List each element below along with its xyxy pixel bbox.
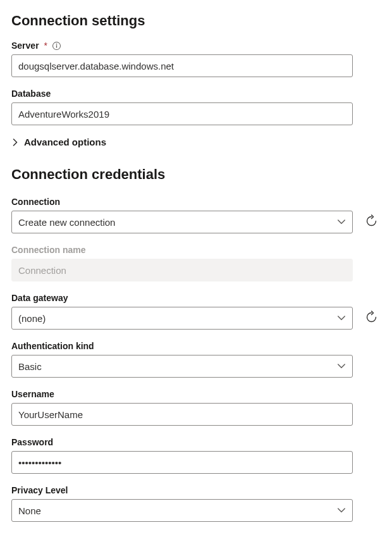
data-gateway-label: Data gateway [11, 293, 381, 303]
privacy-level-label: Privacy Level [11, 485, 381, 495]
chevron-down-icon [337, 314, 346, 323]
auth-kind-select-value: Basic [18, 361, 42, 372]
data-gateway-select-value: (none) [18, 313, 46, 324]
privacy-level-select[interactable]: None [11, 499, 353, 522]
database-label-text: Database [11, 89, 51, 99]
password-input[interactable] [11, 451, 353, 474]
connection-settings-title: Connection settings [11, 13, 381, 29]
refresh-connection-button[interactable] [364, 215, 378, 229]
info-icon[interactable] [51, 40, 61, 51]
required-indicator: * [44, 40, 47, 51]
advanced-options-toggle[interactable]: Advanced options [11, 137, 381, 147]
auth-kind-select[interactable]: Basic [11, 355, 353, 378]
advanced-options-label: Advanced options [24, 137, 106, 147]
connection-credentials-title: Connection credentials [11, 166, 381, 183]
svg-rect-2 [56, 45, 56, 47]
privacy-level-select-value: None [18, 505, 41, 516]
privacy-level-label-text: Privacy Level [11, 485, 68, 495]
chevron-right-icon [11, 139, 19, 146]
refresh-gateway-button[interactable] [364, 311, 378, 325]
auth-kind-label: Authentication kind [11, 341, 381, 351]
password-label: Password [11, 437, 381, 447]
database-label: Database [11, 89, 381, 99]
chevron-down-icon [337, 506, 346, 515]
data-gateway-label-text: Data gateway [11, 293, 68, 303]
connection-label: Connection [11, 197, 381, 207]
connection-name-input: Connection [11, 259, 353, 281]
username-label-text: Username [11, 389, 54, 399]
auth-kind-label-text: Authentication kind [11, 341, 94, 351]
connection-name-placeholder: Connection [18, 265, 66, 276]
connection-select[interactable]: Create new connection [11, 211, 353, 233]
password-label-text: Password [11, 437, 53, 447]
username-input[interactable] [11, 403, 353, 426]
chevron-down-icon [337, 218, 346, 226]
chevron-down-icon [337, 362, 346, 371]
username-label: Username [11, 389, 381, 399]
connection-label-text: Connection [11, 197, 60, 207]
svg-point-1 [56, 43, 57, 44]
connection-name-label: Connection name [11, 245, 381, 255]
refresh-icon [365, 311, 378, 326]
connection-select-value: Create new connection [18, 217, 115, 228]
server-input[interactable] [11, 54, 353, 77]
refresh-icon [365, 214, 378, 230]
connection-name-label-text: Connection name [11, 245, 85, 255]
database-input[interactable] [11, 102, 353, 125]
server-label: Server * [11, 40, 381, 51]
server-label-text: Server [11, 40, 39, 51]
data-gateway-select[interactable]: (none) [11, 307, 353, 330]
